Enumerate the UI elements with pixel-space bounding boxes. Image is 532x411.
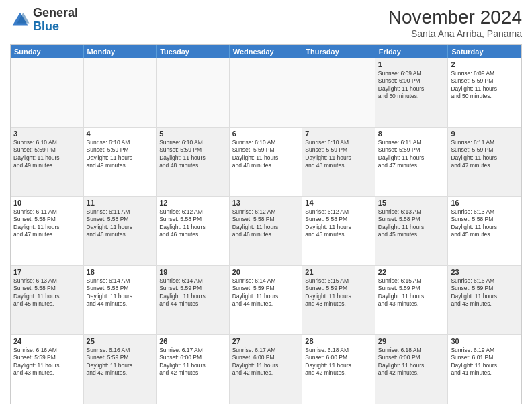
day-info: Sunrise: 6:17 AM Sunset: 6:00 PM Dayligh… (159, 347, 226, 377)
day-info: Sunrise: 6:15 AM Sunset: 5:59 PM Dayligh… (305, 277, 372, 308)
day-number: 13 (232, 199, 300, 207)
calendar-row: 1Sunrise: 6:09 AM Sunset: 6:00 PM Daylig… (11, 58, 521, 128)
calendar-cell: 29Sunrise: 6:18 AM Sunset: 6:00 PM Dayli… (375, 335, 449, 404)
day-info: Sunrise: 6:10 AM Sunset: 5:59 PM Dayligh… (232, 139, 300, 170)
calendar-header: SundayMondayTuesdayWednesdayThursdayFrid… (11, 45, 521, 58)
day-info: Sunrise: 6:09 AM Sunset: 6:00 PM Dayligh… (378, 70, 445, 101)
calendar-row: 24Sunrise: 6:16 AM Sunset: 5:59 PM Dayli… (11, 335, 521, 404)
calendar-cell: 4Sunrise: 6:10 AM Sunset: 5:59 PM Daylig… (84, 128, 157, 196)
calendar-cell: 13Sunrise: 6:12 AM Sunset: 5:58 PM Dayli… (230, 197, 303, 265)
calendar-cell: 30Sunrise: 6:19 AM Sunset: 6:01 PM Dayli… (448, 335, 521, 404)
day-number: 8 (378, 130, 445, 138)
day-number: 10 (13, 199, 81, 207)
calendar-cell: 20Sunrise: 6:14 AM Sunset: 5:59 PM Dayli… (230, 266, 303, 334)
day-number: 5 (159, 130, 226, 138)
weekday-header: Saturday (448, 45, 521, 58)
calendar-cell: 5Sunrise: 6:10 AM Sunset: 5:59 PM Daylig… (157, 128, 230, 196)
weekday-header: Wednesday (230, 45, 303, 58)
logo-text: General Blue (33, 7, 78, 34)
day-info: Sunrise: 6:11 AM Sunset: 5:58 PM Dayligh… (13, 208, 81, 239)
weekday-header: Tuesday (157, 45, 230, 58)
day-info: Sunrise: 6:11 AM Sunset: 5:59 PM Dayligh… (451, 139, 519, 170)
day-number: 16 (451, 199, 519, 207)
logo-icon (10, 10, 30, 30)
calendar-cell: 8Sunrise: 6:11 AM Sunset: 5:59 PM Daylig… (375, 128, 449, 196)
day-number: 25 (87, 337, 154, 345)
calendar-cell: 1Sunrise: 6:09 AM Sunset: 6:00 PM Daylig… (375, 58, 449, 127)
calendar-cell (11, 58, 84, 127)
calendar-cell: 27Sunrise: 6:17 AM Sunset: 6:00 PM Dayli… (230, 335, 303, 404)
page: General Blue November 2024 Santa Ana Arr… (0, 0, 532, 411)
day-number: 29 (378, 337, 445, 345)
logo-blue: Blue (33, 19, 59, 33)
subtitle: Santa Ana Arriba, Panama (388, 28, 522, 39)
calendar-cell: 21Sunrise: 6:15 AM Sunset: 5:59 PM Dayli… (302, 266, 375, 334)
weekday-header: Monday (84, 45, 157, 58)
day-number: 12 (159, 199, 226, 207)
day-info: Sunrise: 6:18 AM Sunset: 6:00 PM Dayligh… (378, 347, 445, 377)
calendar-row: 17Sunrise: 6:13 AM Sunset: 5:58 PM Dayli… (11, 266, 521, 335)
calendar-cell: 25Sunrise: 6:16 AM Sunset: 5:59 PM Dayli… (84, 335, 157, 404)
day-info: Sunrise: 6:11 AM Sunset: 5:59 PM Dayligh… (378, 139, 445, 170)
day-number: 3 (13, 130, 81, 138)
calendar-cell: 6Sunrise: 6:10 AM Sunset: 5:59 PM Daylig… (230, 128, 303, 196)
day-number: 6 (232, 130, 300, 138)
calendar-row: 3Sunrise: 6:10 AM Sunset: 5:59 PM Daylig… (11, 128, 521, 197)
day-info: Sunrise: 6:12 AM Sunset: 5:58 PM Dayligh… (232, 208, 300, 239)
day-info: Sunrise: 6:16 AM Sunset: 5:59 PM Dayligh… (451, 277, 519, 308)
day-number: 30 (451, 337, 519, 345)
calendar-cell (230, 58, 303, 127)
day-number: 23 (451, 268, 519, 276)
day-info: Sunrise: 6:14 AM Sunset: 5:59 PM Dayligh… (159, 277, 226, 308)
header: General Blue November 2024 Santa Ana Arr… (10, 7, 522, 39)
day-number: 9 (451, 130, 519, 138)
day-number: 27 (232, 337, 300, 345)
calendar-cell: 15Sunrise: 6:13 AM Sunset: 5:58 PM Dayli… (375, 197, 449, 265)
calendar-cell (84, 58, 157, 127)
calendar-cell: 2Sunrise: 6:09 AM Sunset: 5:59 PM Daylig… (448, 58, 521, 127)
calendar-body: 1Sunrise: 6:09 AM Sunset: 6:00 PM Daylig… (11, 58, 521, 404)
calendar-cell: 24Sunrise: 6:16 AM Sunset: 5:59 PM Dayli… (11, 335, 84, 404)
calendar-cell: 23Sunrise: 6:16 AM Sunset: 5:59 PM Dayli… (448, 266, 521, 334)
day-number: 19 (159, 268, 226, 276)
day-info: Sunrise: 6:10 AM Sunset: 5:59 PM Dayligh… (305, 139, 372, 170)
day-number: 22 (378, 268, 445, 276)
month-title: November 2024 (388, 7, 522, 28)
calendar-row: 10Sunrise: 6:11 AM Sunset: 5:58 PM Dayli… (11, 197, 521, 266)
day-number: 11 (87, 199, 154, 207)
weekday-header: Thursday (302, 45, 375, 58)
calendar-cell: 26Sunrise: 6:17 AM Sunset: 6:00 PM Dayli… (157, 335, 230, 404)
day-number: 15 (378, 199, 445, 207)
weekday-header: Sunday (11, 45, 84, 58)
day-number: 24 (13, 337, 81, 345)
calendar-cell: 28Sunrise: 6:18 AM Sunset: 6:00 PM Dayli… (302, 335, 375, 404)
day-number: 26 (159, 337, 226, 345)
day-info: Sunrise: 6:16 AM Sunset: 5:59 PM Dayligh… (87, 347, 154, 377)
logo: General Blue (10, 7, 78, 34)
day-info: Sunrise: 6:10 AM Sunset: 5:59 PM Dayligh… (13, 139, 81, 170)
calendar-cell: 9Sunrise: 6:11 AM Sunset: 5:59 PM Daylig… (448, 128, 521, 196)
day-number: 14 (305, 199, 372, 207)
calendar: SundayMondayTuesdayWednesdayThursdayFrid… (10, 44, 522, 404)
calendar-cell: 17Sunrise: 6:13 AM Sunset: 5:58 PM Dayli… (11, 266, 84, 334)
calendar-cell (302, 58, 375, 127)
calendar-cell: 12Sunrise: 6:12 AM Sunset: 5:58 PM Dayli… (157, 197, 230, 265)
calendar-cell: 14Sunrise: 6:12 AM Sunset: 5:58 PM Dayli… (302, 197, 375, 265)
day-number: 7 (305, 130, 372, 138)
day-number: 21 (305, 268, 372, 276)
day-info: Sunrise: 6:14 AM Sunset: 5:59 PM Dayligh… (232, 277, 300, 308)
day-info: Sunrise: 6:19 AM Sunset: 6:01 PM Dayligh… (451, 347, 519, 377)
day-info: Sunrise: 6:12 AM Sunset: 5:58 PM Dayligh… (159, 208, 226, 239)
day-info: Sunrise: 6:09 AM Sunset: 5:59 PM Dayligh… (451, 70, 519, 101)
calendar-cell: 16Sunrise: 6:13 AM Sunset: 5:58 PM Dayli… (448, 197, 521, 265)
day-info: Sunrise: 6:13 AM Sunset: 5:58 PM Dayligh… (378, 208, 445, 239)
day-number: 20 (232, 268, 300, 276)
day-info: Sunrise: 6:16 AM Sunset: 5:59 PM Dayligh… (13, 347, 81, 377)
day-info: Sunrise: 6:11 AM Sunset: 5:58 PM Dayligh… (87, 208, 154, 239)
calendar-cell: 22Sunrise: 6:15 AM Sunset: 5:59 PM Dayli… (375, 266, 449, 334)
calendar-cell: 18Sunrise: 6:14 AM Sunset: 5:58 PM Dayli… (84, 266, 157, 334)
day-number: 18 (87, 268, 154, 276)
day-number: 1 (378, 60, 445, 68)
day-info: Sunrise: 6:12 AM Sunset: 5:58 PM Dayligh… (305, 208, 372, 239)
calendar-cell: 3Sunrise: 6:10 AM Sunset: 5:59 PM Daylig… (11, 128, 84, 196)
